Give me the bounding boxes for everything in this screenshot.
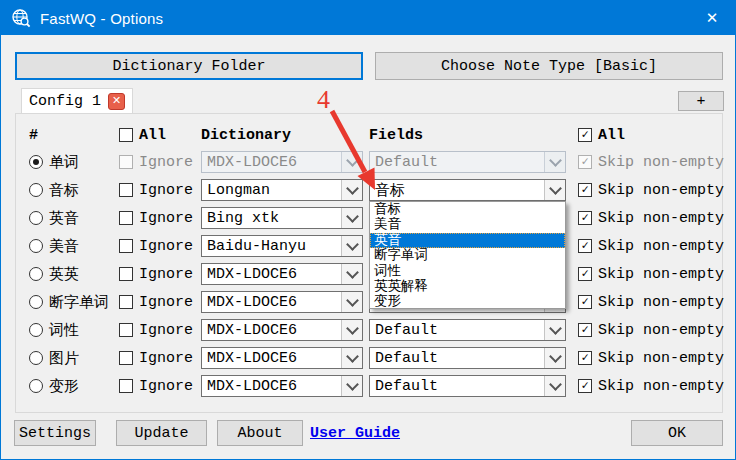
dropdown-item[interactable]: 美音: [370, 217, 565, 232]
skip-non-empty-checkbox[interactable]: [578, 295, 592, 309]
skip-non-empty-checkbox[interactable]: [578, 211, 592, 225]
skip-non-empty-label: Skip non-empty: [598, 210, 724, 227]
table-row: 词性IgnoreMDX-LDOCE6DefaultSkip non-empty: [1, 316, 736, 344]
row-label: 断字单词: [49, 293, 109, 312]
row-label: 英英: [49, 265, 79, 284]
ignore-checkbox[interactable]: [119, 379, 133, 393]
chevron-down-icon: [549, 350, 562, 363]
add-tab-button[interactable]: +: [678, 91, 724, 111]
row-label: 词性: [49, 321, 79, 340]
dictionary-combobox-value: Bing xtk: [202, 210, 341, 227]
dropdown-item[interactable]: 词性: [370, 264, 565, 279]
dictionary-combobox[interactable]: Baidu-Hanyu: [201, 235, 363, 257]
skip-non-empty-checkbox[interactable]: [578, 239, 592, 253]
row-label: 单词: [49, 153, 79, 172]
dropdown-item[interactable]: 变形: [370, 294, 565, 309]
ignore-checkbox[interactable]: [119, 211, 133, 225]
skip-non-empty-label: Skip non-empty: [598, 350, 724, 367]
all-ignore-checkbox[interactable]: [119, 128, 133, 142]
skip-non-empty-label: Skip non-empty: [598, 238, 724, 255]
choose-note-type-label: Choose Note Type [Basic]: [441, 58, 657, 75]
dictionary-combobox-value: MDX-LDOCE6: [202, 266, 341, 283]
tab-close-icon[interactable]: ✕: [108, 93, 125, 110]
tab-config-1[interactable]: Config 1 ✕: [21, 88, 133, 114]
row-radio[interactable]: [29, 155, 43, 169]
column-header-all-left: All: [119, 123, 166, 147]
ignore-label: Ignore: [139, 182, 193, 199]
dictionary-combobox-value: MDX-LDOCE6: [202, 322, 341, 339]
dictionary-combobox[interactable]: MDX-LDOCE6: [201, 375, 363, 397]
dictionary-combobox-value: MDX-LDOCE6: [202, 378, 341, 395]
window-title: FastWQ - Options: [40, 10, 163, 27]
row-radio[interactable]: [29, 267, 43, 281]
row-radio[interactable]: [29, 351, 43, 365]
chevron-down-icon: [346, 350, 359, 363]
dictionary-folder-label: Dictionary Folder: [112, 58, 265, 75]
ignore-label: Ignore: [139, 210, 193, 227]
choose-note-type-button[interactable]: Choose Note Type [Basic]: [375, 52, 723, 80]
fields-combobox-value: Default: [370, 154, 544, 171]
fields-combobox[interactable]: Default: [369, 319, 566, 341]
update-button[interactable]: Update: [116, 420, 207, 446]
dictionary-combobox[interactable]: MDX-LDOCE6: [201, 263, 363, 285]
ignore-label: Ignore: [139, 350, 193, 367]
chevron-down-icon: [346, 154, 359, 167]
row-radio[interactable]: [29, 183, 43, 197]
row-label: 英音: [49, 209, 79, 228]
ignore-label: Ignore: [139, 266, 193, 283]
skip-non-empty-checkbox[interactable]: [578, 323, 592, 337]
skip-non-empty-checkbox[interactable]: [578, 267, 592, 281]
all-skip-checkbox[interactable]: [578, 128, 592, 142]
title-bar: FastWQ - Options ✕: [1, 1, 735, 35]
skip-non-empty-checkbox[interactable]: [578, 183, 592, 197]
ignore-checkbox[interactable]: [119, 323, 133, 337]
dictionary-combobox[interactable]: MDX-LDOCE6: [201, 319, 363, 341]
ignore-checkbox[interactable]: [119, 239, 133, 253]
skip-non-empty-checkbox[interactable]: [578, 379, 592, 393]
row-radio[interactable]: [29, 211, 43, 225]
ignore-checkbox[interactable]: [119, 351, 133, 365]
skip-non-empty-checkbox[interactable]: [578, 351, 592, 365]
close-button[interactable]: ✕: [689, 1, 735, 35]
fields-combobox[interactable]: Default: [369, 375, 566, 397]
settings-button[interactable]: Settings: [14, 420, 96, 446]
fields-combobox[interactable]: Default: [369, 347, 566, 369]
dictionary-combobox[interactable]: Longman: [201, 179, 363, 201]
row-radio[interactable]: [29, 379, 43, 393]
ignore-checkbox[interactable]: [119, 295, 133, 309]
dropdown-arrow: [341, 348, 362, 368]
dictionary-combobox[interactable]: MDX-LDOCE6: [201, 347, 363, 369]
column-header-all-right: All: [578, 123, 625, 147]
ignore-label: Ignore: [139, 322, 193, 339]
column-header-hash: #: [29, 123, 38, 147]
ignore-checkbox: [119, 155, 133, 169]
dropdown-arrow: [544, 348, 565, 368]
row-radio[interactable]: [29, 323, 43, 337]
dropdown-item[interactable]: 英英解释: [370, 279, 565, 294]
ignore-checkbox[interactable]: [119, 183, 133, 197]
dictionary-combobox[interactable]: MDX-LDOCE6: [201, 291, 363, 313]
dropdown-item[interactable]: 英音: [370, 233, 565, 248]
column-header-fields: Fields: [369, 123, 423, 147]
dictionary-combobox-value: MDX-LDOCE6: [202, 350, 341, 367]
ignore-checkbox[interactable]: [119, 267, 133, 281]
fields-combobox[interactable]: 音标: [369, 179, 566, 201]
user-guide-link[interactable]: User Guide: [310, 420, 400, 446]
about-button[interactable]: About: [217, 420, 303, 446]
ok-button[interactable]: OK: [631, 420, 723, 446]
row-radio[interactable]: [29, 295, 43, 309]
app-globe-search-icon: [11, 8, 31, 28]
chevron-down-icon: [549, 154, 562, 167]
dictionary-combobox[interactable]: Bing xtk: [201, 207, 363, 229]
dropdown-item[interactable]: 断字单词: [370, 248, 565, 263]
row-radio[interactable]: [29, 239, 43, 253]
dropdown-item[interactable]: 音标: [370, 202, 565, 217]
fields-combobox-value: Default: [370, 378, 544, 395]
fields-dropdown-popup: 音标美音英音断字单词词性英英解释变形: [369, 201, 566, 309]
fields-combobox: Default: [369, 151, 566, 173]
dictionary-folder-button[interactable]: Dictionary Folder: [15, 52, 363, 80]
fields-combobox-value: Default: [370, 322, 544, 339]
chevron-down-icon: [346, 182, 359, 195]
table-row: 单词IgnoreMDX-LDOCE6DefaultSkip non-empty: [1, 148, 736, 176]
chevron-down-icon: [346, 210, 359, 223]
